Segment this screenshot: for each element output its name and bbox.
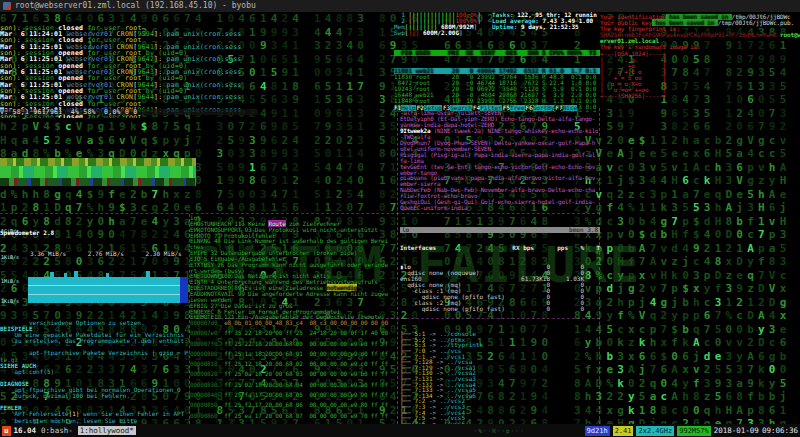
bmon-interface-row[interactable]: qdisc none (pfifo_fast)00 [400,306,600,312]
tx-axis-bottom-label: 1KiB/s [1,255,19,260]
pane-border-horizontal[interactable] [0,213,600,214]
pane-speedometer[interactable]: Speedometer 2.8 3.36 MiB/s 2.76 MiB/s 2.… [0,215,190,319]
bmon-version: bmon 3.8 [569,227,598,233]
terminal-line: Swp[||| 600M/2.00G] [394,30,481,36]
terminal-line: berichten möchten, lesen Sie bitte [0,418,188,424]
terminal-line: apt-ftparchive Pakete Verzeichnis | gzip… [0,350,188,356]
pane-tree-dev[interactable]: ├── 5:1 -> ../console├── 5:2 -> ../ptmx├… [400,320,602,424]
window-tab-bash[interactable]: 0:bash- [39,426,75,435]
tx-axis-top-label: 1GiB/s [1,229,19,234]
window-title: root@webserver01.zml.local (192.168.45.1… [15,0,256,12]
pane-man-apt-ftparchive[interactable]: verschiedene Optionen zu setzen.BEISPIEL… [0,320,188,424]
terminal-content-area: 6716386406314906674 10461424 14883 8016 … [0,12,800,424]
terminal-line: +----[SHA256]-----+ [600,93,800,99]
pane-apg-passwords[interactable]: -alfa-lima-Oscar-juliett-SEVENEtDatyiph0… [400,110,598,214]
htop-tasks-load-uptime: Tasks: 122, 95 thr; 12 runninLoad averag… [492,12,597,30]
pane-errno-list[interactable]: igtEHOSTUNREACH 113 Keine Route zum Ziel… [190,215,398,321]
bmon-table-header: Interfaces RX bps pps % T [400,245,600,251]
auth-log-lines: son): session closed for user rootMar 6 … [0,25,258,118]
pane-border-vertical[interactable] [397,108,398,424]
terminal-line: Uptime: 9 days, 21:52:35 [492,24,597,30]
bmon-col-percent: % [568,245,584,251]
ubuntu-logo-badge: u [2,426,11,436]
bmon-col-t: T [584,245,600,251]
bmon-col-pps: pps [534,245,568,251]
terminal-line: ELNRNG 48 Die Link-Nummer ist außerhalb … [190,238,398,244]
pane-bmon[interactable]: lo bmon 3.8 Interfaces RX bps pps % T ▮l… [400,215,600,319]
status-time: 09:06:36 [762,426,798,435]
htop-process-table: PID USER PRI NI VIRT RES SHR S CPU% MEM%… [394,38,600,112]
status-date: 2018-01-09 [714,426,759,435]
cpu-badge: 2x2.4GHz [636,426,674,436]
activity-heatmap-band [0,158,196,186]
htop-cpu-memory-meters: 1 [||||||||||||100.0%] 2 [||||||||||||10… [394,12,481,36]
bmon-top-bar: lo bmon 3.8 [400,227,600,233]
pane-htop[interactable]: 1 [||||||||||||100.0%] 2 [||||||||||||10… [394,12,600,112]
byobu-terminal-window: root@webserver01.zml.local (192.168.45.1… [0,0,800,437]
release-version: 16.04 [14,426,37,435]
pane-ssh-keygen[interactable]: Your identification has been saved in /t… [600,14,800,146]
tx-peak-labels: 3.36 MiB/s 2.76 MiB/s 2.30 MiB/s [0,250,190,257]
bmon-interface-label: lo [402,227,409,233]
pane-border-horizontal[interactable] [185,318,600,319]
bmon-col-interfaces: Interfaces [400,245,492,251]
pane-hexdump[interactable]: 000007d0 e8 0b 01 00 00 48 83 c4 08 c3 0… [190,320,398,424]
rx-axis-top-label: 1MiB/s [1,279,19,284]
status-activity-glyphs: ·%··R··p··· [474,427,525,434]
terminal-app-icon [3,2,11,10]
uptime-badge: 9d21h [585,426,610,436]
htop-table-header: PID USER PRI NI VIRT RES SHR S CPU% MEM%… [394,50,600,56]
multitail-status-line: V: 58,1 961/961 4% 58% 0,0% 0 0 [0,109,258,115]
pane-border-vertical[interactable] [189,214,190,424]
tx-throughput-graph [28,277,188,303]
terminal-line: zu erstellen, das Programmpakete (.deb) … [0,338,188,344]
pane-auth-log[interactable]: son): session closed for user rootMar 6 … [0,12,258,118]
pane-border-vertical[interactable] [599,108,600,424]
terminal-line: Pisgigal (Pisg-ig-al) Papa-india-sierra-… [400,152,598,158]
hexdump-ascii: |.%.. .h.........| [190,419,398,423]
bmon-col-rxbps: RX bps [492,245,534,251]
speedometer-title: Speedometer 2.8 [0,229,190,236]
terminal-line: QuebEC-uniform-india [400,205,598,211]
memory-badge: 992M57% [677,426,711,436]
load-average-badge: 2.41 [613,426,634,436]
rx-axis-bottom-label: 1KiB/s [1,299,19,304]
window-tab-hollywood[interactable]: 1:hollywood* [78,426,136,435]
byobu-status-bar: u 16.04 0:bash- 1:hollywood* ·%··R··p···… [0,424,800,437]
